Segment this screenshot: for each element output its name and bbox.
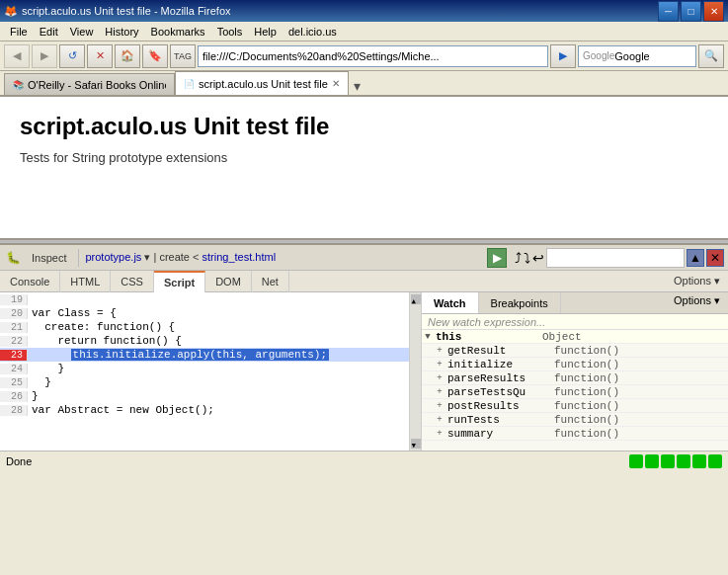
maximize-button[interactable]: □ [681, 1, 701, 22]
status-dot-4 [677, 454, 690, 468]
line-num-19: 19 [0, 294, 28, 305]
new-watch-expression[interactable]: New watch expression... [422, 314, 728, 330]
tab-net[interactable]: Net [252, 271, 289, 292]
address-text: file:///C:/Documents%20and%20Settings/Mi… [202, 50, 440, 62]
status-dot-5 [692, 454, 706, 468]
step-out-button[interactable]: ↩ [532, 250, 544, 266]
item-2-name: parseResults [445, 372, 554, 384]
watch-tab-breakpoints[interactable]: Breakpoints [479, 292, 561, 313]
browser-tab-0[interactable]: 📚 O'Reilly - Safari Books Online - 05961… [4, 73, 175, 95]
item-6-expander[interactable]: + [434, 429, 445, 439]
menu-history[interactable]: History [99, 25, 144, 39]
file-name[interactable]: prototype.js [85, 251, 141, 263]
browser-tab-1[interactable]: 📄 script.aculo.us Unit test file ✕ [175, 71, 349, 95]
tab-icon-0: 📚 [13, 80, 24, 90]
tab-console[interactable]: Console [0, 271, 60, 292]
item-3-expander[interactable]: + [434, 387, 445, 397]
tab-css[interactable]: CSS [111, 271, 154, 292]
item-4-expander[interactable]: + [434, 401, 445, 411]
menu-help[interactable]: Help [248, 25, 283, 39]
step-over-button[interactable]: ⤴ [515, 250, 522, 266]
minimize-button[interactable]: ─ [658, 1, 679, 22]
google-label: Google [614, 50, 649, 62]
item-5-expander[interactable]: + [434, 415, 445, 425]
firebug-search-input[interactable] [546, 248, 685, 268]
item-1-expander[interactable]: + [434, 360, 445, 370]
panel-expand-button[interactable]: ▲ [687, 249, 704, 267]
page-title: script.aculo.us Unit test file [20, 113, 708, 140]
status-bar: Done [0, 451, 728, 470]
code-line-23: 23 this.initialize.apply(this, arguments… [0, 348, 409, 362]
watch-item-3: + parseTestsQu function() [422, 385, 728, 399]
tab-script[interactable]: Script [154, 271, 205, 292]
options-button[interactable]: Options ▾ [666, 273, 728, 289]
item-4-value: function() [554, 400, 619, 412]
menu-file[interactable]: File [4, 25, 34, 39]
watch-options-button[interactable]: Options ▾ [666, 292, 728, 313]
menu-delicious[interactable]: del.icio.us [283, 25, 343, 39]
code-panel[interactable]: 19 20 var Class = { 21 create: function(… [0, 292, 422, 451]
menu-bookmarks[interactable]: Bookmarks [145, 25, 211, 39]
code-line-20: 20 var Class = { [0, 306, 409, 320]
forward-button[interactable]: ▶ [32, 44, 57, 68]
item-6-name: summary [445, 428, 554, 440]
refresh-button[interactable]: ↺ [59, 44, 85, 68]
watch-item-6: + summary function() [422, 427, 728, 441]
watch-this-row: ▼ this Object [422, 330, 728, 344]
this-expander[interactable]: ▼ [422, 332, 434, 342]
code-line-22: 22 return function() { [0, 334, 409, 348]
tag-button[interactable]: TAG [170, 44, 196, 68]
page-content: script.aculo.us Unit test file Tests for… [0, 97, 728, 240]
line-num-26: 26 [0, 391, 28, 402]
menu-tools[interactable]: Tools [211, 25, 249, 39]
code-line-26: 26 } [0, 389, 409, 403]
stop-button[interactable]: ✕ [87, 44, 113, 68]
search-box[interactable]: Google Google [578, 45, 696, 67]
function-name: create [159, 251, 190, 263]
item-1-value: function() [554, 359, 619, 370]
address-bar[interactable]: file:///C:/Documents%20and%20Settings/Mi… [198, 45, 548, 67]
parent-file[interactable]: string_test.html [202, 251, 277, 263]
toolbar-right: ⤴ ⤵ ↩ ▲ ✕ [515, 248, 724, 268]
tab-label-1: script.aculo.us Unit test file [199, 78, 328, 90]
watch-tab-watch[interactable]: Watch [422, 292, 479, 313]
watch-tree: ▼ this Object + getResult function() + i… [422, 330, 728, 451]
inspect-button[interactable]: Inspect [26, 248, 72, 268]
bookmark-button[interactable]: 🔖 [142, 44, 168, 68]
status-indicators [629, 454, 722, 468]
firebug-icon: 🐛 [4, 249, 22, 267]
scrollbar-down[interactable]: ▾ [411, 439, 421, 449]
run-button[interactable]: ▶ [487, 248, 507, 268]
status-dot-1 [629, 454, 643, 468]
code-line-19: 19 [0, 292, 409, 306]
watch-item-5: + runTests function() [422, 413, 728, 427]
go-button[interactable]: ▶ [550, 44, 576, 68]
code-line-25: 25 } [0, 375, 409, 389]
firebug-toolbar: 🐛 Inspect prototype.js ▾ | create < stri… [0, 245, 728, 271]
menu-view[interactable]: View [64, 25, 100, 39]
status-text: Done [6, 455, 32, 467]
scrollbar-up[interactable]: ▴ [411, 294, 421, 304]
menu-edit[interactable]: Edit [34, 25, 64, 39]
code-lines: 19 20 var Class = { 21 create: function(… [0, 292, 409, 451]
item-4-name: postResults [445, 400, 554, 412]
code-text-22: return function() { [28, 335, 182, 347]
tab-close-1[interactable]: ✕ [332, 78, 340, 89]
new-tab-button[interactable]: ▾ [349, 77, 366, 95]
watch-item-2: + parseResults function() [422, 371, 728, 385]
menu-bar: File Edit View History Bookmarks Tools H… [0, 22, 728, 41]
code-scrollbar[interactable]: ▴ ▾ [409, 292, 421, 451]
tab-dom[interactable]: DOM [205, 271, 252, 292]
code-text-24: } [28, 363, 64, 374]
line-num-28: 28 [0, 405, 28, 416]
search-button[interactable]: 🔍 [698, 44, 724, 68]
home-button[interactable]: 🏠 [115, 44, 140, 68]
tab-html[interactable]: HTML [60, 271, 111, 292]
back-button[interactable]: ◀ [4, 44, 30, 68]
item-2-expander[interactable]: + [434, 373, 445, 383]
close-button[interactable]: ✕ [703, 1, 724, 22]
step-into-button[interactable]: ⤵ [524, 250, 530, 266]
panel-close-button[interactable]: ✕ [706, 249, 724, 267]
code-text-25: } [28, 376, 51, 388]
item-0-expander[interactable]: + [434, 346, 445, 356]
